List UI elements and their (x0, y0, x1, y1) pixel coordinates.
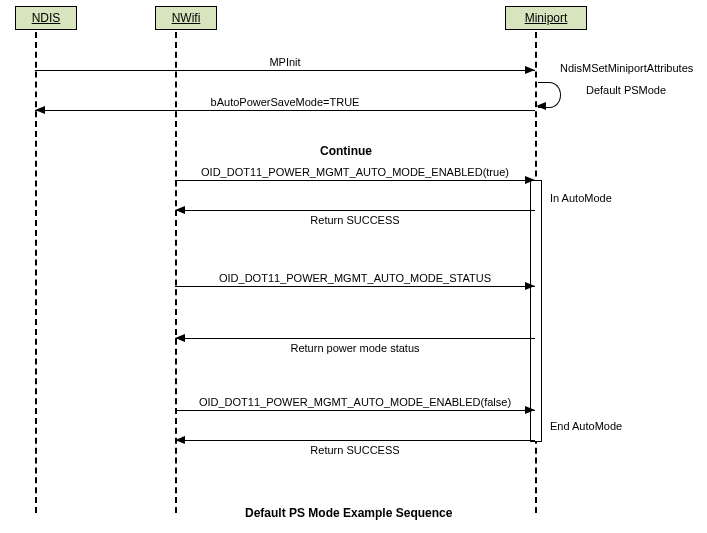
participant-ndis: NDIS (15, 6, 77, 30)
message-label: Return SUCCESS (310, 214, 399, 226)
message-label: OID_DOT11_POWER_MGMT_AUTO_MODE_STATUS (219, 272, 491, 284)
activation-miniport-automode (530, 180, 542, 442)
arrow-head-icon (175, 206, 185, 214)
message-line (175, 210, 535, 211)
arrow-head-icon (525, 406, 535, 414)
message-label: bAutoPowerSaveMode=TRUE (211, 96, 360, 108)
note-end-automode: End AutoMode (550, 420, 622, 432)
participant-label: NDIS (32, 11, 61, 25)
participant-miniport: Miniport (505, 6, 587, 30)
note-default-psmode: Default PSMode (586, 84, 666, 96)
message-label: Return power mode status (290, 342, 419, 354)
message-label: MPInit (269, 56, 300, 68)
message-label: OID_DOT11_POWER_MGMT_AUTO_MODE_ENABLED(t… (201, 166, 509, 178)
participant-nwifi: NWifi (155, 6, 217, 30)
sequence-diagram: NDIS NWifi Miniport MPInitbAutoPowerSave… (0, 0, 707, 533)
continue-label: Continue (320, 144, 372, 158)
message-label: OID_DOT11_POWER_MGMT_AUTO_MODE_ENABLED(f… (199, 396, 511, 408)
arrow-head-icon (525, 282, 535, 290)
arrow-head-icon (175, 334, 185, 342)
message-line (175, 338, 535, 339)
message-line (175, 440, 535, 441)
message-line (35, 70, 535, 71)
message-line (175, 410, 535, 411)
arrow-head-icon (175, 436, 185, 444)
arrow-head-icon (525, 176, 535, 184)
note-ndis-attributes: NdisMSetMiniportAttributes (560, 62, 693, 74)
participant-label: Miniport (525, 11, 568, 25)
note-in-automode: In AutoMode (550, 192, 612, 204)
message-line (175, 286, 535, 287)
message-line (175, 180, 535, 181)
message-line (35, 110, 535, 111)
arrow-head-icon (525, 66, 535, 74)
arrow-head-icon (35, 106, 45, 114)
self-call-arrow-head (536, 102, 546, 110)
message-label: Return SUCCESS (310, 444, 399, 456)
lifeline-ndis (35, 32, 37, 513)
participant-label: NWifi (172, 11, 201, 25)
diagram-title: Default PS Mode Example Sequence (245, 506, 452, 520)
